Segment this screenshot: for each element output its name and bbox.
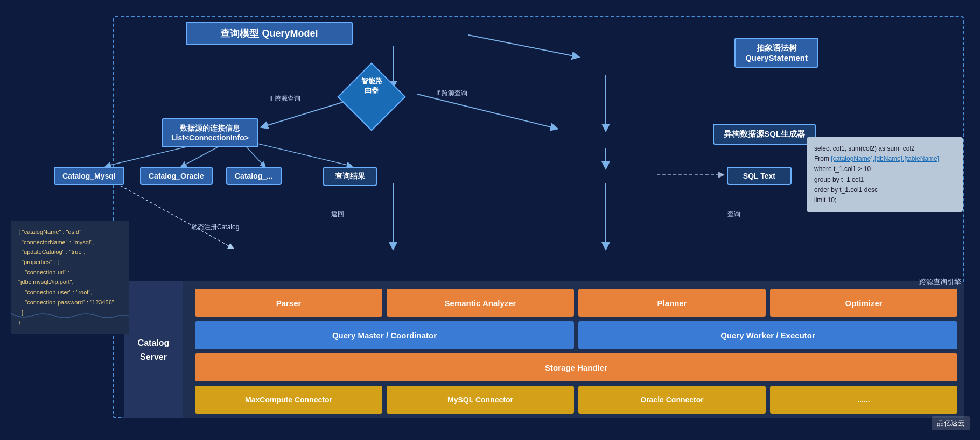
sql-line6: limit 10; bbox=[814, 195, 955, 205]
dynamic-register-label: 动态注册Catalog bbox=[191, 223, 239, 232]
sql-gen-box: 异构数据源SQL生成器 bbox=[713, 124, 816, 145]
storage-handler-box: Storage Handler bbox=[195, 353, 957, 381]
maxcompute-connector-box: MaxCompute Connector bbox=[195, 386, 382, 414]
json-line6: "connection-user" : "root", bbox=[18, 287, 122, 297]
engine-row4: MaxCompute Connector MySQL Connector Ora… bbox=[195, 386, 957, 414]
query-label: 查询 bbox=[727, 210, 740, 219]
return-label: 返回 bbox=[331, 210, 344, 219]
json-line3: "updateCatalog" : "true", bbox=[18, 247, 122, 257]
engine-row3: Storage Handler bbox=[195, 353, 957, 381]
mysql-connector-box: MySQL Connector bbox=[387, 386, 574, 414]
catalog-oracle-box: Catalog_Oracle bbox=[140, 167, 213, 185]
oracle-connector-box: Oracle Connector bbox=[578, 386, 766, 414]
sql-text-box: SQL Text bbox=[727, 167, 792, 185]
watermark: 品亿速云 bbox=[932, 416, 970, 430]
conn-info-box: 数据源的连接信息 List<ConnectionInfo> bbox=[162, 118, 258, 147]
planner-box: Planner bbox=[578, 289, 766, 317]
engine-label: 跨源查询引擎 bbox=[919, 277, 961, 287]
sql-line3: where t_1.col1 > 10 bbox=[814, 164, 955, 174]
engine-row2: Query Master / Coordinator Query Worker … bbox=[195, 321, 957, 349]
json-line1: { "catalogName" : "dsId", bbox=[18, 227, 122, 237]
etc-connector-box: ...... bbox=[770, 386, 957, 414]
json-wave-svg bbox=[11, 310, 129, 321]
query-worker-box: Query Worker / Executor bbox=[578, 321, 957, 349]
optimizer-box: Optimizer bbox=[770, 289, 957, 317]
query-result-box: 查询结果 bbox=[323, 167, 377, 186]
json-line2: "connectorName" : "mysql", bbox=[18, 237, 122, 247]
query-master-box: Query Master / Coordinator bbox=[195, 321, 574, 349]
ast-box: 抽象语法树 QueryStatement bbox=[734, 38, 818, 68]
catalog-server-label: Catalog Server bbox=[124, 281, 183, 418]
engine-content: Parser Semantic Analyzer Planner Optimiz… bbox=[188, 281, 964, 418]
json-line4: "properties" : { bbox=[18, 257, 122, 267]
parser-box: Parser bbox=[195, 289, 382, 317]
query-model-box: 查询模型 QueryModel bbox=[186, 22, 353, 45]
sql-line4: group by t_1.col1 bbox=[814, 175, 955, 185]
sql-line2: From [catalogName].[dbName].[tableName] bbox=[814, 154, 955, 164]
catalog-mysql-box: Catalog_Mysql bbox=[54, 167, 124, 185]
diagram-container: 查询模型 QueryModel 抽象语法树 QueryStatement 智能路… bbox=[5, 5, 975, 435]
catalog-etc-box: Catalog_... bbox=[226, 167, 282, 185]
sql-line5: order by t_1.col1 desc bbox=[814, 185, 955, 195]
sql-line1: select col1, sum(col2) as sum_col2 bbox=[814, 144, 955, 154]
engine-row1: Parser Semantic Analyzer Planner Optimiz… bbox=[195, 289, 957, 317]
json-line5: "connection-url" : "jdbc:mysql://ip:port… bbox=[18, 267, 122, 287]
sql-catalog-ref: [catalogName].[dbName].[tableName] bbox=[831, 155, 939, 162]
sql-code-box: select col1, sum(col2) as sum_col2 From … bbox=[807, 137, 963, 212]
json-line7: "connection-password" : "123456" bbox=[18, 297, 122, 308]
if-cross-left-label: If 跨源查询 bbox=[269, 94, 300, 103]
if-cross-right-label: If 跨源查询 bbox=[436, 89, 467, 98]
semantic-analyzer-box: Semantic Analyzer bbox=[387, 289, 574, 317]
